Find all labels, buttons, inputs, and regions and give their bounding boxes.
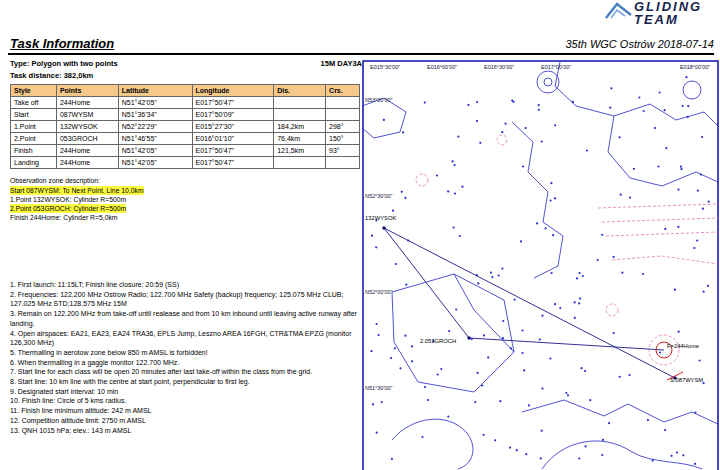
waypoint-dot (642, 273, 644, 275)
waypoint-dot (502, 320, 504, 322)
waypoint-dot (682, 105, 684, 107)
observation-zone-text: Start 087WYSM: To Next Point, Line 10,0k… (10, 186, 144, 195)
waypoint-dot (448, 330, 450, 332)
waypoint-dot (455, 308, 457, 310)
waypoint-dot (461, 186, 463, 188)
waypoint-dot (490, 272, 492, 274)
table-row: Start087WYSMN51°36'34"E017°50'09" (11, 109, 360, 121)
table-cell: N52°22'29" (118, 121, 192, 133)
table-cell: 2.Point (11, 133, 57, 145)
task-note: 10. Finish line: Circle of 5 kms radius. (10, 396, 362, 406)
table-cell (274, 109, 326, 121)
waypoint-dot (477, 372, 479, 374)
waypoint-dot (550, 182, 552, 184)
waypoint-dot (567, 394, 569, 396)
logo-text: GLIDING TEAM (634, 0, 702, 26)
waypoint-dot (514, 299, 516, 301)
task-distance-label: Task distance: 382,0km (10, 71, 362, 80)
waypoint-dot (541, 430, 543, 432)
map-coord-label: N51°30'00" (365, 385, 393, 391)
waypoint-dot (516, 449, 518, 451)
table-cell: E017°50'47" (192, 157, 274, 169)
waypoint-dot (699, 359, 701, 361)
task-note: 3. Remain on 122.200 MHz from take-off u… (10, 309, 362, 328)
waypoint-dot (459, 235, 461, 237)
waypoint-dot (427, 399, 429, 401)
waypoint-dot (487, 356, 489, 358)
task-note: 2. Frequencies: 122.200 MHz Ostrow Radio… (10, 290, 362, 309)
waypoint-dot (381, 401, 383, 403)
waypoint-dot (579, 298, 581, 300)
waypoint-dot (453, 226, 455, 228)
waypoint-dot (371, 235, 373, 237)
table-cell: 244Home (56, 157, 118, 169)
waypoint-dot (620, 194, 622, 196)
waypoint-dot (578, 302, 580, 304)
observation-zone-list: Start 087WYSM: To Next Point, Line 10,0k… (10, 186, 362, 222)
table-cell: 132WYSOK (56, 121, 118, 133)
task-note: 1. First launch: 11:15LT; Finish line cl… (10, 280, 362, 290)
table-cell: N51°42'05" (118, 157, 192, 169)
waypoint-dot (682, 454, 684, 456)
table-cell (274, 157, 326, 169)
waypoint-dot (512, 101, 514, 103)
waypoint-dot (550, 199, 552, 201)
waypoint-dot (395, 263, 397, 265)
waypoint-dot (613, 332, 615, 334)
waypoint-dot (467, 104, 469, 106)
map-point-label-groch: 2.053GROCH (420, 338, 456, 344)
table-cell: 121,5km (274, 145, 326, 157)
waypoint-dot (574, 301, 576, 303)
task-table: StylePointsLatitudeLongitudeDis.Crs.Take… (10, 84, 360, 169)
waypoint-dot (411, 360, 413, 362)
waypoint-dot (499, 400, 501, 402)
waypoint-dot (574, 317, 576, 319)
table-header-row: StylePointsLatitudeLongitudeDis.Crs. (11, 85, 360, 97)
map-border (363, 61, 718, 470)
map-point-label-wysok: 132WYSOK (365, 215, 396, 221)
table-cell: 298° (326, 121, 360, 133)
waypoint-dot (545, 227, 547, 229)
waypoint-dot (647, 419, 649, 421)
table-header-cell: Style (11, 85, 57, 97)
waypoint-dot (411, 345, 413, 347)
waypoint-dot (697, 190, 699, 192)
waypoint-dot (447, 416, 449, 418)
map-point-label-finish: F=244Home (667, 343, 699, 349)
glider-logo-icon (604, 1, 634, 21)
waypoint-dot (520, 240, 522, 242)
waypoint-dot (671, 455, 673, 457)
table-cell: E017°50'47" (192, 145, 274, 157)
class-day-label: 15M DAY3A (321, 59, 362, 68)
waypoint-dot (619, 376, 621, 378)
task-note: 8. Start line: 10 km line with the centr… (10, 377, 362, 387)
waypoint-dot (501, 131, 503, 133)
table-cell: E017°50'09" (192, 109, 274, 121)
waypoint-dot (665, 147, 667, 149)
waypoint-dot (390, 357, 392, 359)
map-point-label-start: S.087WYSM (670, 377, 703, 383)
waypoint-dot (538, 104, 540, 106)
waypoint-dot (696, 239, 698, 241)
waypoint-dot (664, 109, 666, 111)
waypoint-dot (494, 439, 496, 441)
waypoint-dot (474, 401, 476, 403)
table-row: Finish244HomeN51°42'05"E017°50'47"121,5k… (11, 145, 360, 157)
waypoint-dot (680, 168, 682, 170)
waypoint-dot (538, 109, 540, 111)
observation-zone-title: Observation zone description: (10, 177, 362, 184)
waypoint-dot (372, 403, 374, 405)
waypoint-dot (376, 432, 378, 434)
table-row: Take off244HomeN51°42'05"E017°50'47" (11, 97, 360, 109)
table-cell: 93° (326, 145, 360, 157)
waypoint-dot (383, 119, 385, 121)
waypoint-dot (657, 165, 659, 167)
waypoint-dot (664, 429, 666, 431)
header-divider (8, 53, 714, 55)
waypoint-dot (580, 367, 582, 369)
waypoint-dot (708, 201, 710, 203)
task-note: 5. Thermalling in aerotow zone below 850… (10, 348, 362, 358)
waypoint-dot (701, 136, 703, 138)
observation-zone-line: Start 087WYSM: To Next Point, Line 10,0k… (10, 186, 362, 195)
waypoint-dot (404, 335, 406, 337)
